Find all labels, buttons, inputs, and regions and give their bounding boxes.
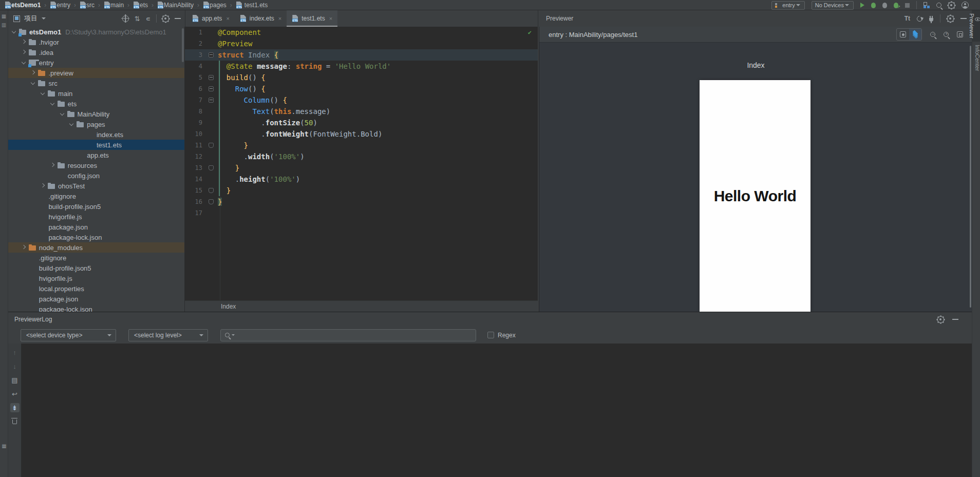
tree-row[interactable]: node_modules <box>8 242 184 253</box>
tree-row[interactable]: pages <box>8 119 184 129</box>
panel-options-gear-icon[interactable] <box>162 15 169 22</box>
device-type-filter[interactable]: <select device type> <box>21 329 116 341</box>
chevron-icon[interactable] <box>20 49 27 56</box>
chevron-icon[interactable] <box>20 244 27 251</box>
component-inspect-button[interactable] <box>897 29 909 40</box>
run-button[interactable] <box>860 3 864 8</box>
refresh-icon[interactable] <box>916 14 924 22</box>
tree-row[interactable]: .hvigor <box>8 37 184 47</box>
regex-option[interactable]: Regex <box>487 332 516 339</box>
scroll-down-icon[interactable]: ↓ <box>10 361 20 371</box>
fold-marker-icon[interactable] <box>202 207 218 219</box>
tree-row[interactable]: config.json <box>8 170 184 181</box>
breadcrumb-item[interactable]: ETS ets › <box>133 2 157 9</box>
log-search-input[interactable] <box>236 332 476 339</box>
font-scale-icon[interactable]: Tt <box>904 15 910 22</box>
hide-panel-icon[interactable] <box>175 18 181 19</box>
chevron-icon[interactable] <box>49 162 56 169</box>
tree-row[interactable]: package-lock.json <box>8 232 184 242</box>
profile-avatar[interactable] <box>962 2 969 9</box>
chevron-down-icon[interactable] <box>42 17 46 20</box>
breadcrumb-item[interactable]: ETS src › <box>80 2 104 9</box>
fold-marker-icon[interactable] <box>202 128 218 140</box>
tree-row[interactable]: .gitignore <box>8 191 184 201</box>
locate-file-icon[interactable] <box>122 15 129 22</box>
chevron-icon[interactable] <box>10 28 17 35</box>
hide-previewer-icon[interactable] <box>960 18 967 19</box>
dock-tab-previewer[interactable]: Previewer <box>972 10 980 42</box>
tree-row[interactable]: resources <box>8 160 184 170</box>
zoom-in-icon[interactable]: + <box>944 32 949 37</box>
tree-row[interactable]: package.json <box>8 222 184 232</box>
chevron-icon[interactable] <box>20 39 27 46</box>
scroll-up-icon[interactable]: ↑ <box>10 348 20 357</box>
tree-row[interactable]: build-profile.json5 <box>8 201 184 212</box>
log-search-field[interactable] <box>220 329 476 341</box>
search-everywhere-icon[interactable] <box>936 3 941 8</box>
device-preview-screen[interactable]: Hello World <box>700 80 811 312</box>
scroll-to-end-icon[interactable]: ⇟ <box>10 403 20 412</box>
debug-button[interactable] <box>871 3 876 8</box>
fold-marker-icon[interactable] <box>202 72 218 83</box>
breadcrumb-item[interactable]: ETS entry › <box>50 2 80 9</box>
inspection-ok-icon[interactable]: ✔ <box>528 29 532 36</box>
editor-tab[interactable]: ETS app.ets × <box>187 10 235 27</box>
tree-row[interactable]: etsDemo1 D:\Study\3.harmonyOS\etsDemo1 <box>8 27 184 37</box>
close-tab-icon[interactable]: × <box>278 15 281 22</box>
tree-row[interactable]: src <box>8 78 184 88</box>
project-structure-icon[interactable] <box>924 2 930 8</box>
soft-wrap-icon[interactable]: ↩ <box>10 389 20 398</box>
tree-row[interactable]: app.ets <box>8 150 184 160</box>
window-switcher-icon[interactable]: ▦ <box>0 443 8 449</box>
editor-tab[interactable]: ETS test1.ets × <box>287 10 337 27</box>
chevron-icon[interactable] <box>59 110 66 118</box>
tree-row[interactable]: hvigorfile.js <box>8 212 184 222</box>
fold-marker-icon[interactable] <box>202 117 218 128</box>
previewer-settings-gear-icon[interactable] <box>947 15 954 22</box>
expand-all-icon[interactable]: ⇅ <box>135 15 140 22</box>
tree-row[interactable]: .preview <box>8 68 184 78</box>
fold-marker-icon[interactable] <box>202 185 218 196</box>
breadcrumb-item[interactable]: ETS main › <box>104 2 133 9</box>
fold-marker-icon[interactable] <box>202 196 218 207</box>
fold-marker-icon[interactable] <box>202 49 218 61</box>
layers-view-button[interactable] <box>909 29 921 40</box>
editor-tab[interactable]: ETS index.ets × <box>235 10 287 27</box>
fold-marker-icon[interactable] <box>202 38 218 49</box>
tree-row[interactable]: index.ets <box>8 129 184 140</box>
zoom-out-icon[interactable]: − <box>930 32 935 37</box>
tree-row[interactable]: main <box>8 88 184 99</box>
tree-row[interactable]: hvigorfile.js <box>8 273 184 283</box>
collapse-all-icon[interactable]: ∊︎ <box>146 15 150 22</box>
device-selector[interactable]: No Devices <box>812 1 854 10</box>
fold-marker-icon[interactable] <box>202 174 218 185</box>
clear-log-icon[interactable] <box>10 417 20 426</box>
project-panel-title[interactable]: 项目 <box>24 14 37 23</box>
log-output-area[interactable]: ↑ ↓ ▤ ↩ ⇟ <box>8 344 972 477</box>
previewer-scrollbar[interactable] <box>970 46 971 308</box>
tree-row[interactable]: .gitignore <box>8 253 184 263</box>
search-options-chevron-icon[interactable] <box>232 334 235 336</box>
fold-marker-icon[interactable] <box>202 106 218 117</box>
breadcrumb-item[interactable]: ETS pages › <box>203 2 236 9</box>
hide-log-panel-icon[interactable] <box>952 319 958 320</box>
attach-debugger-button[interactable] <box>882 3 887 8</box>
tree-row[interactable]: build-profile.json5 <box>8 263 184 273</box>
dock-tab-infocenter[interactable]: InfoCenter <box>972 42 980 74</box>
tree-row[interactable]: .idea <box>8 47 184 58</box>
tree-row[interactable]: MainAbility <box>8 109 184 119</box>
fold-marker-icon[interactable] <box>202 151 218 162</box>
fold-marker-icon[interactable] <box>202 27 218 38</box>
fold-marker-icon[interactable] <box>202 83 218 94</box>
tree-row[interactable]: test1.ets <box>8 140 184 150</box>
breadcrumb-item[interactable]: ETS MainAbility › <box>157 2 203 9</box>
breadcrumb-item[interactable]: ETS test1.ets › <box>236 2 268 9</box>
close-tab-icon[interactable]: × <box>329 15 332 22</box>
tool-window-stripe-icon[interactable]: ▦ <box>0 13 8 19</box>
tree-row[interactable]: package.json <box>8 294 184 304</box>
chevron-icon[interactable] <box>68 121 75 128</box>
profile-button[interactable]: ↗ <box>894 3 898 8</box>
tree-row[interactable]: entry <box>8 58 184 68</box>
fit-to-window-icon[interactable] <box>957 31 963 37</box>
fold-marker-icon[interactable] <box>202 140 218 151</box>
